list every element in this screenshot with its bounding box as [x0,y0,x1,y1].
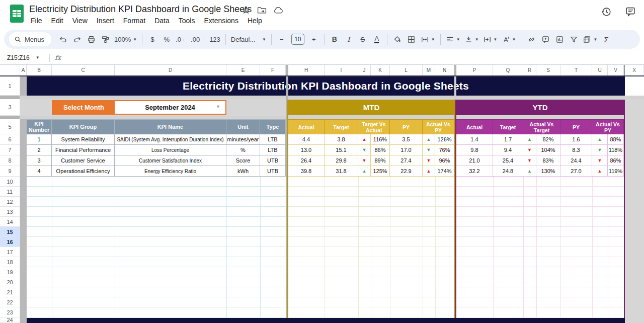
column-header-d[interactable]: D [115,65,226,75]
comparison-pct-cell[interactable]: 76% [435,145,454,155]
row-header-1[interactable]: 1 [0,76,20,96]
merge-cells-button[interactable]: ▼ [419,33,437,46]
kpi-name-cell[interactable]: Loss Percentage [115,145,226,155]
column-header-n[interactable]: N [435,65,454,75]
row-header-8[interactable]: 8 [0,155,20,166]
column-header-i[interactable]: I [325,65,358,75]
document-title[interactable]: Electricity Distribution KPI Dashboard i… [29,4,252,15]
kpi-number-cell[interactable]: 3 [27,155,52,166]
column-header-a[interactable]: A [20,65,27,75]
menu-tools[interactable]: Tools [174,16,200,26]
trend-arrow-icon[interactable]: ▲ [523,166,536,177]
kpi-group-cell[interactable]: Operational Efficiency [52,166,115,177]
actual-cell[interactable]: 39.8 [288,166,325,177]
trend-arrow-icon[interactable]: ▼ [423,145,435,155]
kpi-unit-cell[interactable]: Score [226,155,260,166]
target-cell[interactable]: 31.8 [325,166,358,177]
table-views-button[interactable]: ▼ [581,33,599,46]
horizontal-align-button[interactable]: ▼ [444,33,462,46]
comparison-pct-cell[interactable]: 82% [536,134,560,145]
kpi-name-cell[interactable]: Customer Satisfaction Index [115,155,226,166]
py-cell[interactable]: 8.3 [560,145,592,155]
column-header-r[interactable]: R [523,65,536,75]
row-header-21[interactable]: 21 [0,287,20,297]
row-header-18[interactable]: 18 [0,257,20,267]
trend-arrow-icon[interactable]: ▲ [423,134,435,145]
trend-arrow-icon[interactable]: ▲ [358,166,371,177]
comments-icon[interactable] [625,6,636,17]
kpi-group-cell[interactable]: Financial Performance [52,145,115,155]
create-filter-button[interactable] [567,33,580,46]
trend-arrow-icon[interactable]: ▼ [592,145,608,155]
paint-format-button[interactable] [99,33,112,46]
comparison-pct-cell[interactable]: 125% [371,166,390,177]
trend-arrow-icon[interactable]: ▲ [423,166,435,177]
menu-insert[interactable]: Insert [92,16,119,26]
menu-file[interactable]: File [26,16,47,26]
target-cell[interactable]: 15.1 [325,145,358,155]
comparison-pct-cell[interactable]: 86% [371,145,390,155]
column-header-q[interactable]: Q [493,65,523,75]
trend-arrow-icon[interactable]: ▼ [358,145,371,155]
insert-comment-button[interactable] [539,33,552,46]
empty-cells-ytd[interactable] [456,177,624,323]
target-cell[interactable]: 24.8 [493,166,523,177]
kpi-unit-cell[interactable]: minutes/year [226,134,260,145]
trend-arrow-icon[interactable]: ▲ [592,134,608,145]
comparison-pct-cell[interactable]: 119% [608,166,624,177]
text-color-button[interactable]: A [370,33,383,46]
comparison-pct-cell[interactable]: 89% [371,155,390,166]
comparison-pct-cell[interactable]: 126% [435,134,454,145]
month-dropdown[interactable]: September 2024 ▼ [115,101,225,114]
column-header-m[interactable]: M [423,65,435,75]
row-header-15[interactable]: 15 [0,227,20,237]
row-header-10[interactable]: 10 [0,177,20,187]
star-icon[interactable] [242,6,251,15]
sheet-canvas[interactable]: Electricity Distribution KPI Dashboard i… [20,76,644,323]
sheets-logo-icon[interactable] [10,5,24,23]
decrease-decimal-button[interactable]: .0← [174,33,188,46]
increase-decimal-button[interactable]: .00→ [189,33,207,46]
trend-arrow-icon[interactable]: ▲ [592,166,608,177]
kpi-type-cell[interactable]: UTB [260,166,286,177]
insert-link-button[interactable] [525,33,538,46]
italic-button[interactable]: I [342,33,355,46]
insert-chart-button[interactable] [553,33,566,46]
py-cell[interactable]: 17.0 [390,145,423,155]
column-header-c[interactable]: C [52,65,115,75]
text-rotation-button[interactable]: ▼ [500,33,518,46]
kpi-group-cell[interactable]: System Reliability [52,134,115,145]
version-history-icon[interactable] [601,6,612,17]
comparison-pct-cell[interactable]: 83% [536,155,560,166]
target-cell[interactable]: 9.4 [493,145,523,155]
select-all-corner[interactable] [0,65,20,75]
kpi-number-cell[interactable]: 2 [27,145,52,155]
comparison-pct-cell[interactable]: 96% [435,155,454,166]
row-header-14[interactable]: 14 [0,217,20,227]
comparison-pct-cell[interactable]: 86% [608,155,624,166]
row-header-7[interactable]: 7 [0,145,20,155]
menu-extensions[interactable]: Extensions [199,16,243,26]
trend-arrow-icon[interactable]: ▼ [523,145,536,155]
actual-cell[interactable]: 32.2 [456,166,493,177]
row-header-20[interactable]: 20 [0,277,20,287]
trend-arrow-icon[interactable]: ▼ [358,155,371,166]
font-size-input[interactable]: 10 [291,34,304,45]
column-header-v[interactable]: V [608,65,624,75]
format-percent-button[interactable]: % [160,33,173,46]
menus-search[interactable]: Menus [9,32,51,46]
comparison-pct-cell[interactable]: 130% [536,166,560,177]
text-wrap-button[interactable]: ▼ [481,33,499,46]
kpi-type-cell[interactable]: LTB [260,134,286,145]
py-cell[interactable]: 3.5 [390,134,423,145]
row-header-12[interactable]: 12 [0,197,20,207]
trend-arrow-icon[interactable]: ▼ [592,155,608,166]
kpi-number-cell[interactable]: 4 [27,166,52,177]
column-header-b[interactable]: B [27,65,52,75]
py-cell[interactable]: 1.6 [560,134,592,145]
actual-cell[interactable]: 1.4 [456,134,493,145]
py-cell[interactable]: 27.4 [390,155,423,166]
column-header-l[interactable]: L [390,65,423,75]
name-box[interactable]: Z15:Z16 ▼ [0,54,44,61]
kpi-name-cell[interactable]: SAIDI (System Avg. Interruption Duration… [115,134,226,145]
